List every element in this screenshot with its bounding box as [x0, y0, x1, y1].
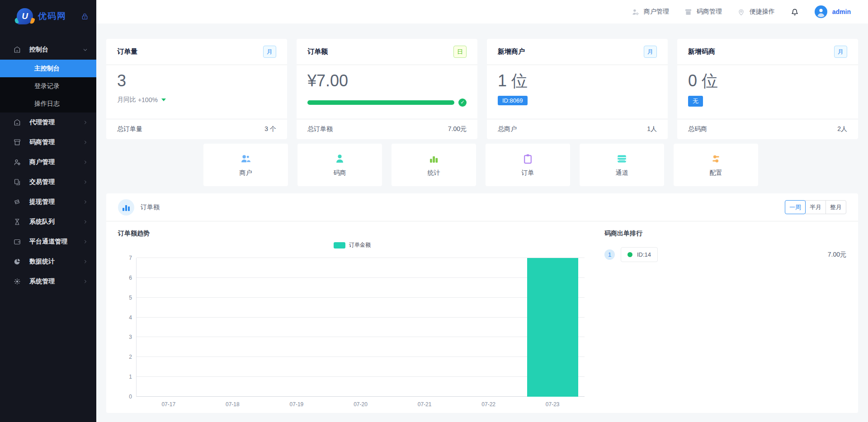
- tile-label: 配置: [710, 169, 722, 177]
- sidebar-group-trade[interactable]: 交易管理: [0, 172, 96, 192]
- card-body: 3 月同比 +100%: [106, 65, 287, 119]
- ranking-column: 码商出单排行 1 ID:14 7.00元: [600, 230, 846, 413]
- chevron-right-icon: [83, 239, 88, 244]
- sidebar-group-console[interactable]: 控制台: [0, 40, 96, 60]
- y-axis-tick: 3: [118, 334, 132, 340]
- tab-one-week[interactable]: 一周: [785, 200, 806, 214]
- x-axis-tick: 07-19: [290, 401, 304, 408]
- gridline: [137, 396, 585, 397]
- tile-merchants[interactable]: 商户: [203, 144, 288, 186]
- topbar: 商户管理 码商管理 便捷操作 admin: [96, 0, 868, 23]
- card-value: 0 位: [688, 72, 847, 90]
- card-footer: 总商户 1人: [487, 119, 668, 139]
- ranking-title: 码商出单排行: [604, 230, 846, 238]
- logo[interactable]: U 优码网: [0, 0, 96, 33]
- tile-statistics[interactable]: 统计: [392, 144, 476, 186]
- tile-label: 商户: [240, 169, 252, 177]
- gridline: [137, 356, 585, 357]
- sidebar-group-codemerchant[interactable]: 码商管理: [0, 132, 96, 152]
- progress-bar: [307, 100, 454, 105]
- chart-column: 订单额趋势 订单金额 0123456707-1707-1807-1907-200…: [118, 230, 600, 413]
- sidebar-menu: 控制台 主控制台 登录记录 操作日志 代理管理 码商管理 商户管理 交易管理: [0, 40, 96, 291]
- y-axis-tick: 1: [118, 374, 132, 380]
- period-tabs: 一周 半月 整月: [785, 200, 846, 214]
- period-badge[interactable]: 月: [644, 46, 657, 58]
- chart-icon: [118, 199, 134, 216]
- sidebar-group-system[interactable]: 系统管理: [0, 272, 96, 291]
- period-badge[interactable]: 日: [453, 46, 467, 58]
- chart-title: 订单额趋势: [118, 230, 586, 238]
- gridline: [137, 258, 585, 258]
- rank-entity-pill[interactable]: ID:14: [621, 247, 658, 262]
- sidebar-group-stats[interactable]: 数据统计: [0, 252, 96, 272]
- x-axis-tick: 07-22: [481, 401, 495, 408]
- quick-tiles-row: 商户 码商 统计 订单 通道 配置: [203, 144, 858, 186]
- chart-legend[interactable]: 订单金额: [118, 241, 586, 249]
- sidebar-item-operation-logs[interactable]: 操作日志: [0, 95, 96, 113]
- card-subtext: 月同比 +100%: [117, 96, 276, 104]
- topnav-label: 便捷操作: [750, 8, 775, 16]
- card-title: 订单量: [117, 47, 137, 56]
- lock-icon[interactable]: [80, 12, 89, 21]
- bar-07-23[interactable]: [527, 258, 578, 397]
- card-order-count: 订单量 月 3 月同比 +100% 总订单量 3 个: [106, 39, 287, 139]
- y-axis-tick: 2: [118, 354, 132, 360]
- users-icon: [240, 153, 252, 165]
- card-title: 订单额: [307, 47, 328, 56]
- tile-codemerchants[interactable]: 码商: [297, 144, 382, 186]
- sidebar-group-queue[interactable]: 系统队列: [0, 212, 96, 232]
- card-title: 新增商户: [498, 47, 525, 56]
- clipboard-icon: [522, 153, 534, 165]
- chevron-right-icon: [83, 259, 88, 264]
- gear-icon: [13, 277, 21, 286]
- card-title: 新增码商: [688, 47, 715, 56]
- sidebar-item-login-records[interactable]: 登录记录: [0, 77, 96, 95]
- period-badge[interactable]: 月: [834, 46, 847, 58]
- sidebar-item-main-console[interactable]: 主控制台: [0, 60, 96, 77]
- x-axis-tick: 07-17: [161, 401, 175, 408]
- footer-label: 总码商: [688, 125, 707, 133]
- period-badge[interactable]: 月: [263, 46, 276, 58]
- card-header: 订单量 月: [106, 39, 287, 65]
- sidebar-group-agent[interactable]: 代理管理: [0, 113, 96, 132]
- home-icon: [13, 46, 21, 54]
- sidebar-group-label: 码商管理: [29, 138, 83, 146]
- check-circle-icon: ✓: [458, 98, 467, 107]
- sidebar-group-withdraw[interactable]: 提现管理: [0, 192, 96, 212]
- tile-channels[interactable]: 通道: [580, 144, 664, 186]
- tab-half-month[interactable]: 半月: [805, 200, 826, 214]
- topnav-quick-actions[interactable]: 便捷操作: [737, 8, 775, 16]
- logo-text: 优码网: [38, 10, 66, 22]
- sub-value: +100%: [138, 96, 158, 103]
- main-area: 商户管理 码商管理 便捷操作 admin 订单量 月 3: [96, 0, 868, 422]
- tile-label: 订单: [522, 169, 534, 177]
- bell-icon[interactable]: [790, 7, 800, 17]
- sidebar-group-merchant[interactable]: 商户管理: [0, 152, 96, 172]
- topnav-label: 码商管理: [697, 8, 722, 16]
- tab-full-month[interactable]: 整月: [826, 200, 846, 214]
- topnav-merchant-management[interactable]: 商户管理: [631, 8, 669, 16]
- sidebar-group-label: 代理管理: [29, 118, 83, 127]
- card-footer: 总订单量 3 个: [106, 119, 287, 139]
- x-axis-tick: 07-20: [354, 401, 368, 408]
- legend-swatch: [334, 242, 345, 249]
- tile-label: 通道: [616, 169, 628, 177]
- user-icon: [334, 153, 346, 165]
- avatar: [815, 5, 827, 18]
- chevron-right-icon: [83, 279, 88, 284]
- gridline: [137, 317, 585, 318]
- topnav-codemerchant-management[interactable]: 码商管理: [684, 8, 722, 16]
- documents-icon: [13, 178, 21, 186]
- card-body: 0 位 无: [677, 65, 858, 119]
- hourglass-icon: [13, 218, 21, 226]
- tile-config[interactable]: 配置: [674, 144, 758, 186]
- chevron-right-icon: [83, 159, 88, 165]
- sidebar-group-channels[interactable]: 平台通道管理: [0, 232, 96, 252]
- stat-cards-row: 订单量 月 3 月同比 +100% 总订单量 3 个: [106, 39, 858, 139]
- tile-label: 统计: [428, 169, 440, 177]
- tile-orders[interactable]: 订单: [486, 144, 570, 186]
- sidebar-group-label: 系统队列: [29, 218, 83, 226]
- card-footer: 总码商 2人: [677, 119, 858, 139]
- sidebar-group-label: 交易管理: [29, 178, 83, 186]
- user-menu[interactable]: admin: [815, 5, 851, 18]
